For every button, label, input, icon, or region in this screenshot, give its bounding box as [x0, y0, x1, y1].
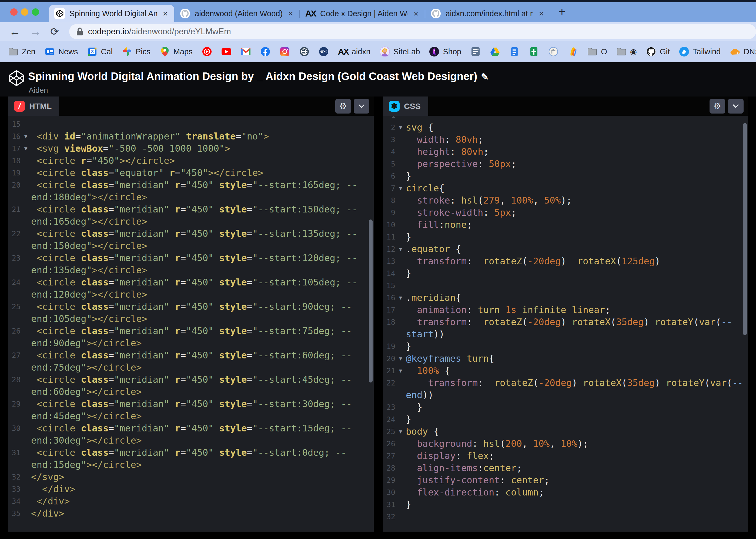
css-code-line[interactable]: 11} — [383, 231, 741, 243]
css-code-line[interactable]: 2▾svg { — [383, 121, 741, 133]
html-code-line[interactable]: 30 <circle class="meridian" r="450" styl… — [8, 422, 367, 434]
css-code-line[interactable]: 31} — [383, 499, 741, 510]
html-code-line[interactable]: end:105deg"></circle> — [8, 313, 367, 325]
html-code-line[interactable]: 25 <circle class="meridian" r="450" styl… — [8, 301, 367, 313]
css-editor-scrollbar[interactable] — [743, 123, 747, 335]
html-code-line[interactable]: 15 — [8, 118, 367, 130]
css-code-line[interactable]: 13 transform: rotateZ(-20deg) rotateX(12… — [383, 255, 741, 267]
css-code-line[interactable]: 30 flex-direction: column; — [383, 486, 741, 499]
css-code-line[interactable]: 12▾.equator { — [383, 243, 741, 255]
css-code-line[interactable]: 8 stroke: hsl(279, 100%, 50%); — [383, 194, 741, 206]
fold-arrow-icon[interactable]: ▾ — [395, 292, 406, 304]
browser-tab-1[interactable]: Spinning World Digital Animatic× — [49, 5, 174, 22]
back-button[interactable]: ← — [9, 25, 21, 38]
html-code-line[interactable]: end:90deg"></circle> — [8, 337, 367, 349]
new-tab-button[interactable]: + — [550, 5, 574, 22]
bookmark-youtube[interactable] — [221, 46, 232, 57]
bookmark-docs[interactable] — [509, 46, 519, 57]
html-code-line[interactable]: end:45deg"></circle> — [8, 410, 367, 422]
bookmark-swoosh[interactable] — [568, 46, 578, 57]
minimize-window-button[interactable] — [21, 8, 29, 16]
html-code-line[interactable]: 26 <circle class="meridian" r="450" styl… — [8, 325, 367, 337]
fold-arrow-icon[interactable]: ▾ — [395, 425, 406, 438]
html-code-line[interactable]: end:150deg"></circle> — [8, 240, 367, 252]
html-code-line[interactable]: 34 </div> — [8, 495, 367, 507]
bookmark-gmail[interactable] — [241, 46, 251, 57]
html-code-line[interactable]: 22 <circle class="meridian" r="450" styl… — [8, 228, 367, 240]
bookmark-ring[interactable] — [548, 46, 559, 57]
css-code-line[interactable]: 5 perspective: 50px; — [383, 158, 741, 170]
bookmark-tailwind[interactable]: Tailwind — [679, 46, 721, 57]
tab-close-icon[interactable]: × — [286, 9, 295, 19]
html-code-line[interactable]: 18 <circle r="450"></circle> — [8, 155, 367, 167]
fold-arrow-icon[interactable]: ▾ — [395, 243, 406, 255]
fold-arrow-icon[interactable]: ▾ — [395, 352, 406, 365]
html-code-line[interactable]: end:75deg"></circle> — [8, 361, 367, 374]
css-code-line[interactable]: 24} — [383, 413, 741, 425]
bookmark-drive[interactable] — [490, 46, 500, 57]
fold-arrow-icon[interactable]: ▾ — [21, 142, 31, 155]
fold-arrow-icon[interactable]: ▾ — [21, 130, 31, 142]
bookmark-instagram[interactable] — [280, 46, 290, 57]
browser-tab-2[interactable]: aidenwood (Aiden Wood)× — [174, 5, 300, 22]
css-collapse-button[interactable] — [728, 99, 744, 114]
html-code-line[interactable]: 32</svg> — [8, 471, 367, 483]
fold-arrow-icon[interactable]: ▾ — [395, 365, 406, 377]
css-code-line[interactable]: 26 background: hsl(200, 10%, 10%); — [383, 438, 741, 450]
html-code-line[interactable]: 21 <circle class="meridian" r="450" styl… — [8, 203, 367, 215]
bookmark-tasks[interactable] — [470, 46, 481, 57]
css-code-line[interactable]: 27 display: flex; — [383, 450, 741, 462]
html-code-line[interactable]: end:60deg"></circle> — [8, 386, 367, 398]
css-code-line[interactable]: 19} — [383, 340, 741, 352]
css-code-line[interactable]: start)) — [383, 328, 741, 340]
bookmark-sheets[interactable] — [529, 46, 539, 57]
bookmark-globe[interactable] — [299, 46, 309, 57]
tab-close-icon[interactable]: × — [161, 9, 170, 19]
html-code-line[interactable]: end:180deg"></circle> — [8, 191, 367, 203]
bookmark-pics[interactable]: Pics — [122, 46, 151, 57]
html-code-line[interactable]: 19 <circle class="equator" r="450"></cir… — [8, 167, 367, 179]
browser-tab-4[interactable]: aidxn.com/index.html at main ·× — [425, 5, 550, 22]
bookmark-shop[interactable]: Shop — [429, 46, 461, 57]
fold-arrow-icon[interactable]: ▾ — [395, 121, 406, 133]
html-code-line[interactable]: 24 <circle class="meridian" r="450" styl… — [8, 276, 367, 288]
css-code-line[interactable]: 22 transform: rotateZ(-20deg) rotateX(35… — [383, 377, 741, 389]
css-code-line[interactable]: 20▾@keyframes turn{ — [383, 352, 741, 365]
bookmark-o[interactable]: O — [587, 46, 607, 57]
html-code-line[interactable]: end:165deg"></circle> — [8, 215, 367, 228]
html-code-line[interactable]: 23 <circle class="meridian" r="450" styl… — [8, 252, 367, 264]
tab-close-icon[interactable]: × — [537, 9, 545, 19]
forward-button[interactable]: → — [30, 25, 41, 38]
html-code-line[interactable]: 29 <circle class="meridian" r="450" styl… — [8, 398, 367, 410]
css-code-line[interactable]: 25▾body { — [383, 425, 741, 438]
css-code-line[interactable]: 6} — [383, 170, 741, 182]
html-code-line[interactable]: end:30deg"></circle> — [8, 434, 367, 446]
css-code-line[interactable]: 14} — [383, 267, 741, 279]
html-code-line[interactable]: 20 <circle class="meridian" r="450" styl… — [8, 179, 367, 191]
bookmark-facebook[interactable] — [260, 46, 270, 57]
css-code-line[interactable]: 28 align-items:center; — [383, 462, 741, 474]
bookmark-git[interactable]: Git — [646, 46, 670, 57]
browser-tab-3[interactable]: AXCode x Design | Aiden Wood× — [300, 5, 425, 22]
css-code-line[interactable]: 29 justify-content: center; — [383, 474, 741, 486]
bookmark-cal[interactable]: 8Cal — [87, 46, 113, 57]
html-code-line[interactable]: end:135deg"></circle> — [8, 264, 367, 276]
reload-button[interactable]: ⟳ — [50, 26, 59, 38]
zoom-window-button[interactable] — [32, 8, 39, 16]
css-code-line[interactable]: 32 — [383, 510, 741, 523]
bookmark-◉[interactable]: ◉ — [616, 46, 637, 57]
bookmark-zen[interactable]: Zen — [8, 46, 35, 57]
css-code-line[interactable]: 17 animation: turn 1s infinite linear; — [383, 304, 741, 316]
css-code-line[interactable]: 15 — [383, 279, 741, 292]
close-window-button[interactable] — [10, 8, 18, 16]
css-code-line[interactable]: 7▾circle{ — [383, 182, 741, 194]
css-code-line[interactable]: 16▾.meridian{ — [383, 292, 741, 304]
html-code-line[interactable]: 17▾ <svg viewBox="-500 -500 1000 1000"> — [8, 142, 367, 155]
tab-html[interactable]: / HTML — [8, 97, 59, 116]
html-code-line[interactable]: 33 </div> — [8, 483, 367, 495]
edit-pencil-icon[interactable]: ✎ — [481, 72, 489, 82]
html-code-line[interactable]: 16▾ <div id="animationWrapper" translate… — [8, 130, 367, 142]
html-editor-scrollbar[interactable] — [369, 219, 373, 382]
bookmark-yt-music[interactable] — [202, 46, 212, 57]
css-code-line[interactable]: 4 height: 80vh; — [383, 146, 741, 158]
